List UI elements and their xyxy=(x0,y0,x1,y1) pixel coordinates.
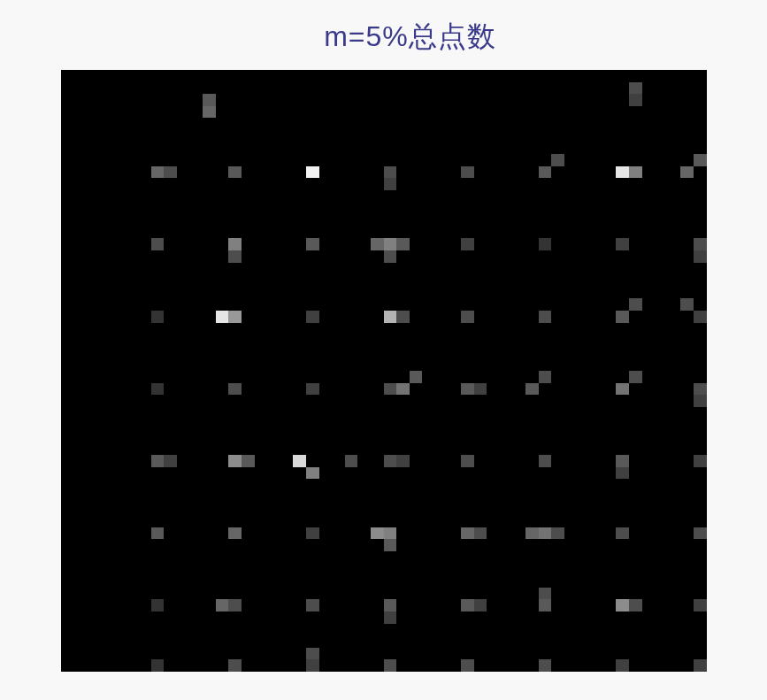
heatmap-cell xyxy=(578,70,591,82)
heatmap-cell xyxy=(228,395,242,407)
heatmap-cell xyxy=(203,395,216,407)
heatmap-cell xyxy=(190,70,203,82)
heatmap-cell xyxy=(396,203,410,215)
heatmap-cell xyxy=(590,250,603,263)
heatmap-cell xyxy=(616,311,629,323)
heatmap-cell xyxy=(293,564,306,576)
heatmap-cell xyxy=(422,371,435,383)
heatmap-cell xyxy=(255,659,268,672)
heatmap-cell xyxy=(422,347,435,359)
heatmap-cell xyxy=(694,395,707,407)
heatmap-cell xyxy=(306,94,319,106)
heatmap-cell xyxy=(345,515,358,527)
heatmap-cell xyxy=(590,298,603,311)
heatmap-cell xyxy=(396,335,410,347)
heatmap-cell xyxy=(216,142,229,155)
heatmap-cell xyxy=(487,395,500,407)
heatmap-cell xyxy=(345,274,358,287)
heatmap-cell xyxy=(629,287,642,299)
heatmap-cell xyxy=(242,94,255,106)
heatmap-cell xyxy=(525,383,539,396)
heatmap-cell xyxy=(99,395,112,407)
heatmap-cell xyxy=(449,227,462,239)
heatmap-cell xyxy=(694,527,707,540)
heatmap-cell xyxy=(435,347,449,359)
heatmap-cell xyxy=(680,347,694,359)
heatmap-cell xyxy=(126,118,139,130)
heatmap-cell xyxy=(99,527,112,540)
heatmap-cell xyxy=(578,347,591,359)
heatmap-cell xyxy=(255,599,268,612)
heatmap-cell xyxy=(396,347,410,359)
heatmap-cell xyxy=(435,504,449,516)
heatmap-cell xyxy=(603,383,617,396)
heatmap-cell xyxy=(629,323,642,335)
heatmap-cell xyxy=(578,94,591,106)
heatmap-cell xyxy=(151,227,165,239)
heatmap-cell xyxy=(513,358,526,371)
heatmap-cell xyxy=(306,564,319,576)
heatmap-cell xyxy=(551,274,564,287)
heatmap-cell xyxy=(87,214,100,227)
heatmap-cell xyxy=(99,371,112,383)
heatmap-cell xyxy=(539,564,552,576)
heatmap-cell xyxy=(694,504,707,516)
heatmap-cell xyxy=(487,491,500,504)
heatmap-cell xyxy=(357,358,371,371)
heatmap-cell xyxy=(138,70,151,82)
heatmap-cell xyxy=(384,659,397,672)
heatmap-cell xyxy=(73,82,87,95)
heatmap-cell xyxy=(513,347,526,359)
heatmap-cell xyxy=(422,358,435,371)
heatmap-cell xyxy=(164,407,177,419)
heatmap-cell xyxy=(112,431,126,443)
heatmap-cell xyxy=(112,659,126,672)
heatmap-cell xyxy=(384,166,397,179)
heatmap-cell xyxy=(694,298,707,311)
heatmap-cell xyxy=(112,564,126,576)
heatmap-cell xyxy=(112,371,126,383)
heatmap-cell xyxy=(203,178,216,190)
heatmap-cell xyxy=(655,419,668,431)
heatmap-cell xyxy=(525,335,539,347)
heatmap-cell xyxy=(578,371,591,383)
heatmap-cell xyxy=(255,94,268,106)
heatmap-cell xyxy=(396,551,410,564)
heatmap-cell xyxy=(280,551,294,564)
heatmap-cell xyxy=(345,612,358,624)
heatmap-cell xyxy=(487,190,500,203)
heatmap-cell xyxy=(306,395,319,407)
heatmap-cell xyxy=(449,648,462,660)
heatmap-cell xyxy=(539,130,552,142)
heatmap-cell xyxy=(112,238,126,250)
heatmap-cell xyxy=(357,82,371,95)
heatmap-cell xyxy=(164,227,177,239)
heatmap-cell xyxy=(177,154,190,166)
heatmap-cell xyxy=(500,371,513,383)
heatmap-cell xyxy=(564,467,578,480)
heatmap-cell xyxy=(539,371,552,383)
heatmap-cell xyxy=(177,479,190,491)
heatmap-cell xyxy=(177,659,190,672)
heatmap-cell xyxy=(551,106,564,119)
heatmap-cell xyxy=(73,347,87,359)
heatmap-cell xyxy=(319,479,333,491)
heatmap-cell xyxy=(655,407,668,419)
heatmap-cell xyxy=(680,227,694,239)
heatmap-cell xyxy=(371,515,384,527)
heatmap-cell xyxy=(474,599,487,612)
heatmap-cell xyxy=(435,455,449,467)
heatmap-cell xyxy=(73,118,87,130)
heatmap-cell xyxy=(461,479,474,491)
heatmap-cell xyxy=(642,395,656,407)
heatmap-cell xyxy=(655,527,668,540)
heatmap-cell xyxy=(474,395,487,407)
heatmap-cell xyxy=(138,358,151,371)
heatmap-cell xyxy=(487,298,500,311)
heatmap-cell xyxy=(87,527,100,540)
heatmap-cell xyxy=(319,539,333,551)
heatmap-cell xyxy=(87,443,100,456)
heatmap-cell xyxy=(345,371,358,383)
heatmap-cell xyxy=(590,166,603,179)
heatmap-cell xyxy=(384,214,397,227)
